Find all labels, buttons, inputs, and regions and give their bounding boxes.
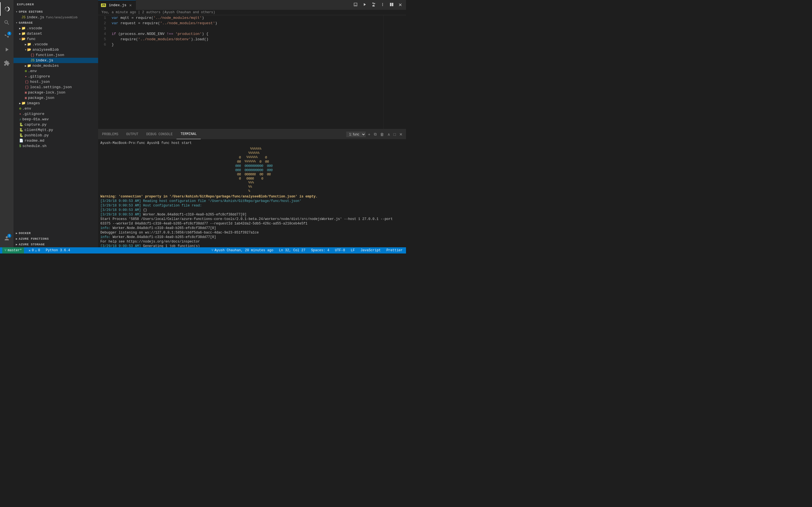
log-8: Worker.Node.04a8dcf1-c310-4ea0-b265-efc8… — [112, 235, 216, 239]
accounts-activity-icon[interactable]: 1 — [0, 231, 13, 245]
svg-rect-1 — [392, 3, 393, 6]
terminal-command: func host start — [161, 141, 192, 145]
git-branch-item[interactable]: ⑂ master* — [2, 247, 24, 253]
terminal-selector[interactable]: 1: func — [346, 131, 366, 137]
toggle-panel-btn[interactable] — [352, 1, 359, 9]
kill-terminal-btn[interactable]: 🗑 — [379, 131, 385, 138]
formatter-item[interactable]: Prettier — [385, 248, 404, 252]
pushblob-py-file[interactable]: 🐍 pushblob.py — [13, 133, 98, 138]
git-author-item[interactable]: ⑂ Ayush Chauhan, 20 minutes ago — [210, 248, 274, 252]
error-icon: ✕ — [29, 248, 31, 252]
warning-line: Warning: 'connection' property in '/User… — [100, 194, 404, 199]
package-lock-file[interactable]: ▣ package-lock.json — [13, 90, 98, 95]
code-line-2: var request = require('../node_modules/r… — [112, 20, 384, 26]
func-env-file[interactable]: ⚙ .env — [13, 68, 98, 74]
tab-terminal[interactable]: TERMINAL — [176, 129, 201, 139]
search-activity-icon[interactable] — [0, 16, 13, 29]
gitignore-label: .gitignore — [22, 112, 44, 116]
tab-problems[interactable]: PROBLEMS — [98, 129, 122, 139]
vscode-folder-1[interactable]: ▶ 📁 .vscode — [13, 25, 98, 31]
open-changes-btn[interactable] — [370, 1, 377, 9]
open-editor-index-js[interactable]: JS index.js func/analyseeBlob — [13, 15, 98, 20]
maximize-panel-btn[interactable]: □ — [393, 131, 397, 138]
tab-index-js[interactable]: JS index.js ✕ — [98, 0, 136, 10]
node-modules-icon: 📁 — [27, 64, 31, 68]
tab-debug-console[interactable]: DEBUG CONSOLE — [142, 129, 177, 139]
extensions-activity-icon[interactable] — [0, 56, 13, 70]
tab-output[interactable]: OUTPUT — [122, 129, 142, 139]
line-endings-item[interactable]: LF — [350, 248, 356, 252]
code-4b: ) { — [202, 31, 208, 37]
more-actions-btn[interactable] — [378, 1, 387, 9]
line-endings-label: LF — [351, 248, 355, 252]
encoding-item[interactable]: UTF-8 — [334, 248, 346, 252]
beep-wav-file[interactable]: ♪ beep-01a.wav — [13, 117, 98, 122]
func-gitignore-file[interactable]: ✦ .gitignore — [13, 74, 98, 79]
func-folder[interactable]: ▾ 📂 func — [13, 36, 98, 42]
garbage-header[interactable]: ▾ GARBAGE — [13, 20, 98, 25]
node-modules-folder[interactable]: ▶ 📁 node_modules — [13, 63, 98, 68]
code-editor[interactable]: var mqtt = require('../node_modules/mqtt… — [109, 15, 384, 129]
log-line-5: Start Process '5858 /Users/local/Cellar/… — [100, 217, 404, 226]
log-line-2: [3/29/18 9:00:53 AM] Host configuration … — [100, 203, 404, 208]
log-7: Debugger listening on ws://127.0.0.1:585… — [100, 231, 259, 235]
git-info-text: You, a minute ago | 2 authors (Ayush Cha… — [101, 10, 215, 14]
log-line-7: Debugger listening on ws://127.0.0.1:585… — [100, 230, 404, 235]
analyseeblob-folder[interactable]: ▾ 📂 analyseeBlob — [13, 47, 98, 52]
terminal-content[interactable]: Ayush-MacBook-Pro:func Ayush$ func host … — [98, 139, 406, 247]
spaces-item[interactable]: Spaces: 4 — [310, 248, 331, 252]
explorer-activity-icon[interactable] — [0, 2, 13, 16]
new-terminal-btn[interactable]: + — [367, 131, 371, 138]
azure-functions-header[interactable]: ▶ AZURE FUNCTIONS — [13, 236, 98, 242]
func-vscode-folder[interactable]: ▶ 📁 .vscode — [13, 42, 98, 47]
language-mode-item[interactable]: JavaScript — [359, 248, 382, 252]
open-editors-header[interactable]: ▾ OPEN EDITORS — [13, 9, 98, 15]
package-json-file[interactable]: ▣ package.json — [13, 95, 98, 101]
cursor-pos-item[interactable]: Ln 32, Col 27 — [278, 248, 307, 252]
code-line-6: } — [112, 42, 384, 47]
sidebar: EXPLORER ▾ OPEN EDITORS JS index.js func… — [13, 0, 98, 247]
errors-item[interactable]: ✕ 0 ⚠ 0 — [28, 248, 41, 252]
tab-close-btn[interactable]: ✕ — [128, 2, 133, 8]
run-debug-btn[interactable] — [361, 1, 368, 9]
move-up-btn[interactable]: ∧ — [386, 131, 391, 138]
git-branch-icon: ⑂ — [4, 248, 6, 252]
node-modules-label: node_modules — [33, 64, 59, 68]
run-activity-icon[interactable] — [0, 43, 13, 56]
gitignore-file[interactable]: ✦ .gitignore — [13, 111, 98, 117]
language-mode-label: JavaScript — [360, 248, 380, 252]
line-numbers: 1 2 3 4 5 6 — [98, 15, 109, 129]
close-editor-btn[interactable]: ✕ — [397, 1, 404, 9]
source-control-badge: 1 — [7, 32, 11, 36]
dataset-chevron: ▶ — [19, 32, 21, 36]
index-js-file[interactable]: JS index.js — [13, 58, 98, 63]
garbage-chevron: ▾ — [16, 21, 18, 24]
host-json-file[interactable]: {} host.json — [13, 79, 98, 84]
split-terminal-btn[interactable]: ⧉ — [373, 131, 378, 138]
close-panel-btn[interactable]: ✕ — [398, 131, 404, 138]
dataset-folder[interactable]: ▶ 📁 dataset — [13, 31, 98, 36]
file-tree: ▶ 📁 .vscode ▶ 📁 dataset ▾ 📂 func — [13, 25, 98, 230]
minimap — [384, 15, 406, 129]
schedule-sh-file[interactable]: $ schedule.sh — [13, 144, 98, 149]
source-control-activity-icon[interactable]: 1 — [0, 29, 13, 43]
language-item[interactable]: Python 3.6.4 — [45, 248, 71, 252]
local-settings-file[interactable]: {} local.settings.json — [13, 84, 98, 90]
js-icon: JS — [21, 15, 26, 19]
tab-label: index.js — [109, 3, 126, 7]
log-2: Host configuration file read: — [143, 204, 202, 208]
function-json-file[interactable]: {} function.json — [13, 52, 98, 58]
ts-4: [3/29/18 9:00:53 AM] — [100, 213, 143, 217]
env-file[interactable]: ⚙ .env — [13, 106, 98, 111]
azure-storage-label: AZURE STORAGE — [19, 243, 45, 246]
wav-icon: ♪ — [19, 117, 21, 121]
readme-md-file[interactable]: 📄 readme.md — [13, 138, 98, 144]
docker-header[interactable]: ▶ DOCKER — [13, 230, 98, 236]
code-area[interactable]: 1 2 3 4 5 6 var mqtt = require('../node_… — [98, 15, 406, 129]
terminal-label: TERMINAL — [181, 132, 197, 136]
images-folder[interactable]: ▶ 📁 images — [13, 101, 98, 106]
azure-storage-header[interactable]: ▶ AZURE STORAGE — [13, 242, 98, 247]
clientmqtt-py-file[interactable]: 🐍 clientMqtt.py — [13, 127, 98, 133]
capture-py-file[interactable]: 🐍 capture.py — [13, 122, 98, 127]
split-editor-btn[interactable] — [388, 1, 396, 9]
